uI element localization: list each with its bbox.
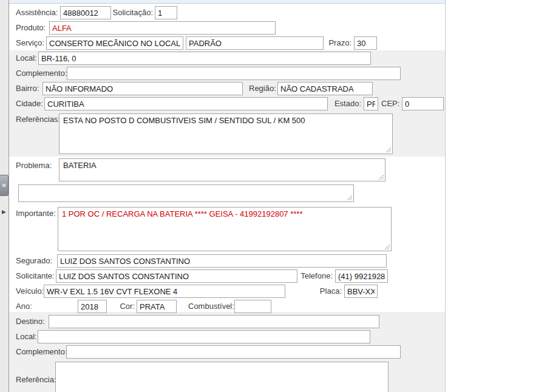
problema-label: Problema:	[16, 159, 52, 172]
collapsed-side-panel: » ▶	[0, 0, 9, 392]
produto-field[interactable]	[49, 21, 276, 35]
local-destino-field[interactable]	[38, 330, 370, 343]
assistencia-field[interactable]	[60, 6, 111, 19]
segurado-label: Segurado:	[16, 254, 52, 267]
cep-label: CEP:	[381, 97, 399, 110]
telefone-field[interactable]	[335, 269, 388, 283]
referencia-destino-label: Referência:	[16, 373, 56, 386]
complemento-label: Complemento:	[16, 67, 67, 79]
referencias-label: Referências:	[16, 113, 60, 126]
telefone-label: Telefone:	[291, 269, 333, 282]
placa-label: Placa:	[300, 285, 342, 297]
local-field[interactable]	[38, 52, 371, 65]
destino-field[interactable]	[49, 315, 379, 328]
cor-field[interactable]	[137, 300, 177, 313]
servico-field[interactable]	[46, 36, 183, 50]
observacao-textarea[interactable]	[18, 184, 354, 202]
cor-label: Cor:	[120, 300, 135, 313]
ano-field[interactable]	[78, 300, 107, 313]
solicitacao-field[interactable]	[155, 6, 177, 19]
problema-textarea[interactable]: BATERIA	[59, 158, 385, 181]
bairro-field[interactable]	[42, 82, 243, 95]
produto-label: Produto:	[16, 21, 46, 34]
referencia-destino-textarea[interactable]	[55, 362, 389, 392]
veiculo-field[interactable]	[44, 285, 285, 298]
importante-label: Importante:	[16, 207, 56, 220]
prazo-label: Prazo:	[328, 36, 351, 49]
cidade-label: Cidade:	[16, 97, 43, 110]
cep-field[interactable]	[402, 97, 444, 110]
service-order-window: » ▶ Assistência: Solicitação: Produto: S…	[0, 0, 550, 392]
top-accent-band	[9, 0, 445, 4]
solicitacao-label: Solicitação:	[112, 6, 153, 19]
veiculo-label: Veículo:	[16, 285, 44, 297]
complemento-field[interactable]	[67, 67, 401, 80]
estado-field[interactable]	[364, 97, 378, 110]
combustivel-field[interactable]	[234, 300, 271, 313]
local-destino-label: Local:	[16, 330, 37, 343]
prazo-field[interactable]	[354, 36, 377, 50]
complemento-destino-label: Complemento:	[16, 345, 67, 358]
bairro-label: Bairro:	[16, 82, 39, 95]
ano-label: Ano:	[16, 300, 32, 313]
form-right-divider	[445, 0, 446, 392]
panel-expand-arrow-icon[interactable]: ▶	[2, 209, 6, 215]
servico-label: Serviço:	[16, 36, 44, 49]
estado-label: Estado:	[333, 97, 361, 110]
servico-tipo-field[interactable]	[186, 36, 324, 50]
cidade-field[interactable]	[44, 97, 328, 110]
combustivel-label: Combustível:	[188, 300, 233, 313]
panel-expand-tab[interactable]: »	[0, 175, 8, 196]
chevron-right-icon: »	[2, 180, 6, 189]
segurado-field[interactable]	[57, 254, 387, 268]
destino-label: Destino:	[16, 315, 45, 328]
importante-textarea[interactable]: 1 POR OC / RECARGA NA BATERIA **** GEISA…	[58, 207, 392, 251]
solicitante-label: Solicitante:	[16, 269, 55, 282]
assistencia-label: Assistência:	[16, 6, 58, 19]
local-label: Local:	[16, 52, 37, 64]
referencias-textarea[interactable]: ESTA NO POSTO D COMBUSTIVEIS SIM / SENTI…	[59, 113, 393, 154]
regiao-field[interactable]	[277, 82, 373, 95]
complemento-destino-field[interactable]	[66, 345, 401, 359]
regiao-label: Região:	[249, 82, 276, 95]
solicitante-field[interactable]	[56, 269, 297, 283]
placa-field[interactable]	[344, 285, 378, 298]
